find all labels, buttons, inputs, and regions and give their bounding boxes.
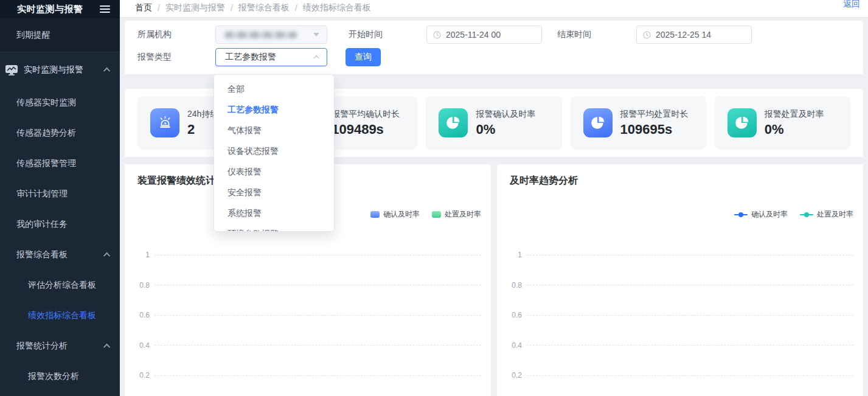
sidebar-item-label: 绩效指标综合看板 xyxy=(28,310,110,321)
clock-icon xyxy=(643,31,651,39)
dropdown-option[interactable]: 环境参数报警 xyxy=(214,223,334,232)
gridline xyxy=(527,375,853,376)
y-axis-tick: 0.8 xyxy=(137,281,155,290)
alarm-type-value: 工艺参数报警 xyxy=(225,52,315,63)
stat-card-texts: 报警处置及时率0% xyxy=(765,109,824,137)
dropdown-option[interactable]: 设备状态报警 xyxy=(214,141,334,161)
sidebar-item-label: 传感器趋势分析 xyxy=(16,128,110,139)
dropdown-option[interactable]: 仪表报警 xyxy=(214,161,334,182)
stat-card-texts: 报警平均处置时长109695s xyxy=(620,109,689,137)
y-axis-tick: 1 xyxy=(510,251,527,259)
y-axis-tick: 1 xyxy=(137,251,155,259)
legend-line-dot-icon xyxy=(734,214,748,215)
breadcrumb-item[interactable]: 绩效指标综合看板 xyxy=(303,2,371,13)
gridline xyxy=(527,255,853,255)
filter-panel: 所属机构 开始时间 2025-11-24 00 结束时间 2025-12-25 … xyxy=(125,21,863,74)
breadcrumb-separator: / xyxy=(295,3,297,13)
y-axis-tick: 0.2 xyxy=(510,371,527,380)
sidebar-item-expire-reminder[interactable]: 到期提醒 xyxy=(0,18,120,52)
legend-label: 确认及时率 xyxy=(383,209,420,220)
gridline xyxy=(155,315,481,316)
legend-item[interactable]: 确认及时率 xyxy=(370,209,420,220)
sidebar: 实时监测与报警 到期提醒实时监测与报警传感器实时监测传感器趋势分析传感器报警管理… xyxy=(0,0,120,396)
breadcrumb: 首页/实时监测与报警/报警综合看板/绩效指标综合看板 xyxy=(135,0,371,17)
gridline-row: 0.4 xyxy=(510,341,853,350)
query-button[interactable]: 查询 xyxy=(345,48,381,66)
alarm-type-label: 报警类型 xyxy=(137,52,215,63)
sidebar-item-audit-plan-mgmt[interactable]: 审计计划管理 xyxy=(0,179,120,209)
start-time-label: 开始时间 xyxy=(349,29,426,40)
dropdown-option[interactable]: 全部 xyxy=(214,78,334,99)
dropdown-option[interactable]: 工艺参数报警 xyxy=(214,99,334,120)
dropdown-option[interactable]: 气体报警 xyxy=(214,120,334,141)
hamburger-icon[interactable] xyxy=(100,5,110,13)
sidebar-item-eval-analysis-board[interactable]: 评估分析综合看板 xyxy=(0,270,120,300)
gridline-row: 0.6 xyxy=(137,311,481,319)
alarm-type-dropdown: 全部工艺参数报警气体报警设备状态报警仪表报警安全报警系统报警环境参数报警 xyxy=(214,74,335,232)
stat-card-value: 109489s xyxy=(332,122,400,137)
stat-card-label: 报警平均处置时长 xyxy=(620,109,689,120)
monitor-chart-icon xyxy=(5,64,18,76)
sidebar-item-label: 我的审计任务 xyxy=(16,219,110,230)
sidebar-item-my-audit-tasks[interactable]: 我的审计任务 xyxy=(0,209,120,240)
sidebar-item-label: 审计计划管理 xyxy=(16,189,110,200)
gridline xyxy=(155,285,481,285)
chart-legend: 确认及时率处置及时率 xyxy=(510,209,853,220)
legend-item[interactable]: 确认及时率 xyxy=(734,209,788,220)
breadcrumb-item[interactable]: 报警综合看板 xyxy=(238,2,290,13)
gridline-row: 1 xyxy=(137,251,481,259)
start-time-value: 2025-11-24 00 xyxy=(446,30,501,40)
legend-swatch-icon xyxy=(432,211,441,218)
gridline-row: 0.6 xyxy=(510,311,853,319)
chart-plot-area: 10.80.60.40.2 xyxy=(137,255,481,396)
sidebar-item-alarm-stats-group[interactable]: 报警统计分析 xyxy=(0,331,120,361)
sidebar-item-realtime-monitor-group[interactable]: 实时监测与报警 xyxy=(0,52,120,88)
alarm-siren-icon xyxy=(150,108,179,137)
clock-icon xyxy=(433,31,441,39)
legend-item[interactable]: 处置及时率 xyxy=(800,209,853,220)
sidebar-item-alarm-dashboard-group[interactable]: 报警综合看板 xyxy=(0,240,120,270)
end-time-input[interactable]: 2025-12-25 14 xyxy=(636,26,752,44)
legend-swatch-icon xyxy=(370,211,380,218)
end-time-label: 结束时间 xyxy=(557,29,636,40)
pie-chart-icon xyxy=(727,108,757,137)
sidebar-item-label: 传感器实时监测 xyxy=(16,97,110,108)
sidebar-item-label: 实时监测与报警 xyxy=(24,64,105,75)
stat-card-label: 报警处置及时率 xyxy=(765,109,824,120)
stat-card-label: 报警确认及时率 xyxy=(476,109,535,120)
gridline-row: 0.2 xyxy=(137,371,481,380)
legend-label: 确认及时率 xyxy=(751,209,788,220)
legend-item[interactable]: 处置及时率 xyxy=(432,209,481,220)
sidebar-item-sensor-alarm-mgmt[interactable]: 传感器报警管理 xyxy=(0,148,120,179)
dropdown-option[interactable]: 安全报警 xyxy=(214,182,334,203)
breadcrumb-item[interactable]: 实时监测与报警 xyxy=(165,2,225,13)
breadcrumb-separator: / xyxy=(231,3,233,13)
sidebar-item-alarm-count-analysis[interactable]: 报警次数分析 xyxy=(0,361,120,392)
stat-card: 报警平均处置时长109695s xyxy=(571,96,706,150)
sidebar-item-label: 报警次数分析 xyxy=(28,371,110,382)
sidebar-item-label: 到期提醒 xyxy=(16,30,120,41)
sidebar-item-sensor-realtime[interactable]: 传感器实时监测 xyxy=(0,88,120,118)
y-axis-tick: 0.4 xyxy=(137,341,155,350)
y-axis-tick: 0.4 xyxy=(510,341,527,350)
breadcrumb-item[interactable]: 首页 xyxy=(135,2,152,13)
org-select[interactable] xyxy=(215,26,327,44)
pie-chart-icon xyxy=(583,108,613,137)
breadcrumb-separator: / xyxy=(158,3,160,13)
y-axis-tick: 0.8 xyxy=(510,281,527,290)
sidebar-item-label: 报警统计分析 xyxy=(16,341,105,352)
gridline-row: 0.8 xyxy=(137,281,481,290)
stat-card-value: 0% xyxy=(476,122,535,137)
start-time-input[interactable]: 2025-11-24 00 xyxy=(426,26,542,44)
back-link[interactable]: 返回 xyxy=(843,0,860,10)
sidebar-item-label: 传感器报警管理 xyxy=(16,158,110,169)
stat-card: 报警确认及时率0% xyxy=(426,96,561,150)
dropdown-option[interactable]: 系统报警 xyxy=(214,203,334,223)
alarm-type-select[interactable]: 工艺参数报警 xyxy=(215,48,327,66)
pie-chart-icon xyxy=(439,108,468,137)
sidebar-title: 实时监测与报警 xyxy=(17,4,100,15)
org-label: 所属机构 xyxy=(137,29,215,40)
timeliness-trend-chart-panel: 及时率趋势分析 确认及时率处置及时率 10.80.60.40.2 xyxy=(497,164,863,396)
sidebar-item-kpi-board[interactable]: 绩效指标综合看板 xyxy=(0,300,120,331)
sidebar-item-sensor-trend[interactable]: 传感器趋势分析 xyxy=(0,118,120,148)
